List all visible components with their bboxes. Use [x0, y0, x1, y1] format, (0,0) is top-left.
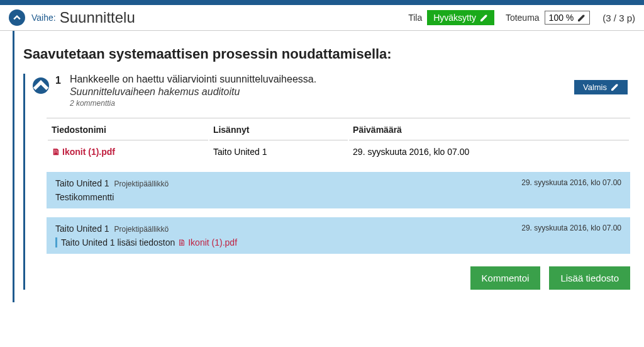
progress-box[interactable]: 100 % [545, 11, 591, 25]
comment-date: 29. syyskuuta 2016, klo 07.00 [521, 178, 621, 187]
phase-collapse-button[interactable] [9, 9, 25, 26]
comment-body: Taito United 1 lisäsi tiedoston 🗎Ikonit … [55, 237, 621, 247]
status-label: Tila [408, 13, 422, 23]
phase-header: Vaihe: Suunnittelu Tila Hyväksytty Toteu… [0, 5, 644, 31]
phase-label: Vaihe: [31, 13, 56, 23]
comment-button[interactable]: Kommentoi [470, 266, 541, 290]
comment-body: Testikommentti [55, 192, 621, 202]
file-added-by: Taito United 1 [209, 142, 348, 162]
chevron-up-icon [33, 77, 49, 94]
done-label: Valmis [583, 82, 607, 92]
file-link[interactable]: 🗎Ikonit (1).pdf [52, 147, 115, 157]
comment-author: Taito United 1 [55, 178, 109, 188]
file-header-name: Tiedostonimi [48, 120, 208, 140]
comment-body-prefix: Taito United 1 lisäsi tiedoston [61, 237, 177, 247]
file-link[interactable]: 🗎Ikonit (1).pdf [177, 237, 237, 247]
file-date: 29. syyskuuta 2016, klo 07.00 [349, 142, 629, 162]
table-row: 🗎Ikonit (1).pdf Taito United 1 29. syysk… [48, 142, 629, 162]
task-subtitle: Suunnitteluvaiheen hakemus auditoitu [70, 86, 568, 98]
add-file-button[interactable]: Lisää tiedosto [549, 266, 630, 290]
chevron-up-icon [13, 14, 21, 21]
file-header-date: Päivämäärä [349, 120, 629, 140]
task-block: 1 Hankkeelle on haettu väliarviointi suu… [23, 74, 639, 290]
progress-value: 100 % [549, 13, 574, 23]
file-icon: 🗎 [52, 147, 60, 157]
task-collapse-button[interactable] [33, 77, 49, 94]
comment-role: Projektipäällikkö [114, 179, 169, 188]
file-name: Ikonit (1).pdf [62, 147, 115, 157]
comment-file-name: Ikonit (1).pdf [188, 237, 237, 247]
phase-name: Suunnittelu [60, 9, 135, 26]
comment-card: Taito United 1 Projektipäällikkö 29. syy… [47, 172, 630, 208]
action-row: Kommentoi Lisää tiedosto [47, 266, 630, 290]
task-number: 1 [55, 75, 61, 86]
file-header-added-by: Lisännyt [209, 120, 348, 140]
file-icon: 🗎 [177, 237, 186, 247]
task-comment-count: 2 kommenttia [70, 99, 568, 108]
comment-date: 29. syyskuuta 2016, klo 07.00 [521, 224, 621, 232]
status-value: Hyväksytty [433, 13, 476, 23]
file-table: Tiedostonimi Lisännyt Päivämäärä 🗎Ikonit… [47, 118, 630, 163]
status-badge[interactable]: Hyväksytty [427, 10, 494, 25]
pencil-icon [611, 83, 619, 91]
comment-card: Taito United 1 Projektipäällikkö 29. syy… [47, 217, 630, 254]
comment-role: Projektipäällikkö [114, 225, 169, 234]
comment-author: Taito United 1 [55, 224, 109, 234]
pencil-icon [577, 14, 586, 22]
task-done-badge[interactable]: Valmis [574, 80, 628, 94]
toteuma-label: Toteuma [506, 13, 540, 23]
task-header: 1 Hankkeelle on haettu väliarviointi suu… [25, 74, 639, 113]
page-count: (3 / 3 p) [602, 13, 635, 23]
task-title: Hankkeelle on haettu väliarviointi suunn… [70, 74, 568, 85]
top-bar [0, 0, 644, 5]
section-title: Saavutetaan systemaattisen prosessin nou… [14, 31, 639, 74]
pencil-icon [480, 14, 488, 22]
